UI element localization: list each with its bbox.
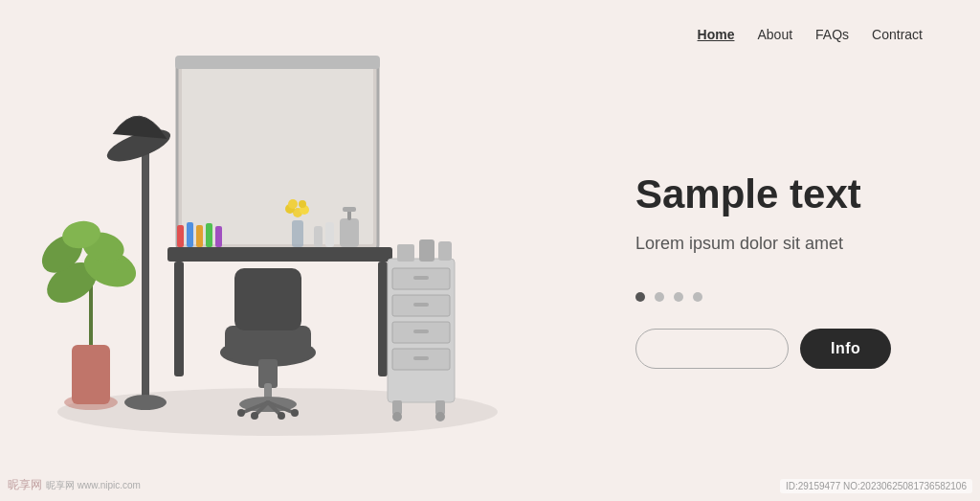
svg-rect-59 [438,241,452,261]
dot-4[interactable] [693,292,702,302]
svg-rect-13 [182,62,373,244]
svg-rect-55 [413,330,429,333]
svg-rect-17 [187,222,193,247]
svg-rect-53 [413,276,429,280]
svg-point-26 [299,200,306,208]
svg-point-47 [278,412,285,420]
svg-rect-18 [196,225,203,247]
svg-rect-57 [397,244,414,262]
svg-rect-27 [314,226,323,247]
carousel-dots [635,292,923,302]
svg-point-10 [124,395,167,410]
dot-3[interactable] [674,292,683,302]
svg-point-25 [288,199,298,209]
svg-rect-58 [419,239,434,262]
hero-subtitle: Lorem ipsum dolor sit amet [635,234,923,254]
svg-rect-35 [225,326,311,359]
svg-rect-2 [72,345,110,404]
svg-rect-28 [325,222,334,247]
info-button[interactable]: Info [800,329,891,369]
watermark-left: 昵享网 昵享网 www.nipic.com [8,477,141,493]
svg-rect-29 [340,218,359,247]
hero-section: Sample text Lorem ipsum dolor sit amet I… [578,0,980,501]
hero-title: Sample text [635,171,923,218]
dot-2[interactable] [655,292,664,302]
svg-rect-16 [177,225,184,247]
cta-input[interactable] [635,329,789,369]
cta-row: Info [635,329,923,369]
svg-point-62 [392,412,402,421]
svg-rect-20 [215,226,222,247]
svg-rect-9 [142,144,149,402]
svg-rect-33 [378,262,388,376]
svg-rect-56 [413,356,429,360]
watermark-right: ID:29159477 NO:20230625081736582106 [780,479,972,493]
salon-illustration [0,0,555,501]
svg-rect-21 [292,220,303,247]
svg-point-46 [251,412,258,420]
svg-rect-36 [234,268,301,330]
svg-rect-31 [343,207,356,212]
svg-rect-15 [167,247,392,262]
svg-rect-54 [413,303,429,307]
svg-point-45 [291,409,299,417]
svg-point-44 [237,409,245,417]
dot-1[interactable] [635,292,645,302]
svg-rect-14 [175,56,380,69]
svg-rect-19 [206,223,212,247]
svg-rect-32 [174,262,184,376]
svg-point-63 [435,412,445,421]
